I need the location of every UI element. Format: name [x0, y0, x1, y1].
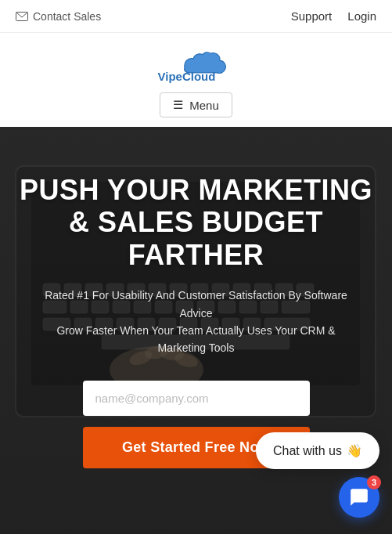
login-link[interactable]: Login	[347, 9, 376, 23]
chat-bubble-emoji: 👋	[347, 443, 362, 458]
menu-label: Menu	[189, 99, 219, 112]
chat-bubble[interactable]: Chat with us 👋	[256, 432, 379, 469]
support-link[interactable]: Support	[291, 9, 333, 23]
logo-area: VipeCloud ☰ Menu	[0, 33, 392, 127]
chat-badge: 3	[367, 475, 381, 489]
hero-headline: PUSH YOUR MARKETING & SALES BUDGET FARTH…	[16, 174, 376, 271]
chat-widget: Chat with us 👋 3	[256, 432, 379, 518]
top-bar: Contact Sales Support Login	[0, 0, 392, 33]
chat-icon-button[interactable]: 3	[339, 477, 379, 518]
hero-subtext: Rated #1 For Usability And Customer Sati…	[32, 287, 361, 357]
menu-button[interactable]: ☰ Menu	[160, 92, 232, 117]
chat-icon	[349, 487, 369, 507]
email-input[interactable]	[83, 381, 310, 416]
mail-icon	[16, 12, 28, 21]
hero-subtext-line1: Rated #1 For Usability And Customer Sati…	[45, 289, 347, 319]
contact-sales-label[interactable]: Contact Sales	[33, 10, 101, 23]
top-bar-links: Support Login	[291, 9, 376, 23]
contact-sales-section: Contact Sales	[16, 10, 101, 23]
hamburger-icon: ☰	[173, 98, 183, 112]
svg-text:VipeCloud: VipeCloud	[157, 70, 215, 83]
vipecloud-logo: VipeCloud	[149, 47, 243, 86]
chat-bubble-text: Chat with us	[273, 444, 342, 458]
hero-subtext-line2: Grow Faster When Your Team Actually Uses…	[56, 324, 335, 354]
logo-container[interactable]: VipeCloud	[149, 47, 243, 86]
